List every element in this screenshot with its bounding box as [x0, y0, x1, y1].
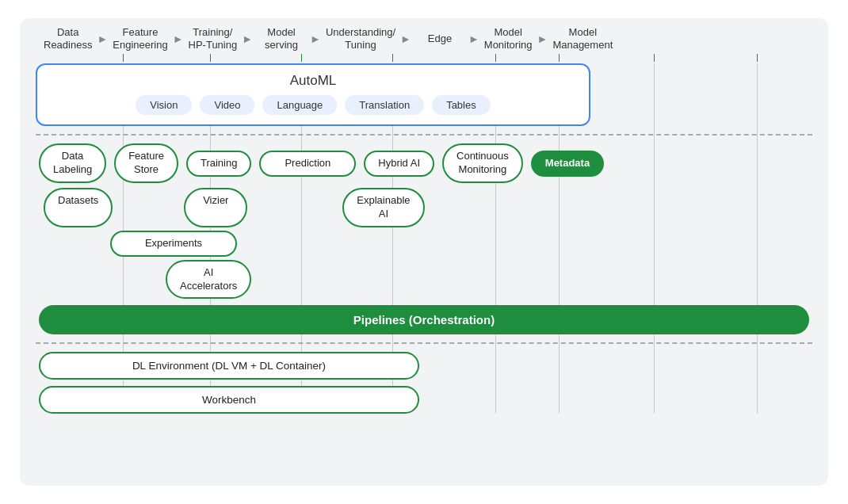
pill-hybrid-ai: Hybrid AI [364, 151, 434, 177]
arrow-6: ► [468, 32, 479, 45]
pill-data-labeling: DataLabeling [39, 143, 106, 183]
automl-chips: Vision Video Language Translation Tables [50, 95, 576, 115]
pipelines-bar: Pipelines (Orchestration) [39, 305, 809, 334]
pill-vizier: Vizier [184, 188, 247, 227]
step-understanding: Understanding/Tuning [326, 26, 395, 51]
chip-tables: Tables [432, 95, 491, 115]
step-edge: Edge [416, 32, 464, 45]
step-model-serving: Modelserving [258, 26, 305, 51]
pill-dl-environment: DL Environment (DL VM + DL Container) [39, 352, 419, 380]
automl-title: AutoML [50, 73, 576, 89]
pill-training: Training [186, 151, 251, 177]
arrow-3: ► [242, 32, 253, 45]
chip-translation: Translation [345, 95, 424, 115]
step-model-monitoring: ModelMonitoring [484, 26, 533, 51]
pill-prediction: Prediction [259, 151, 356, 177]
pill-ai-accelerators: AIAccelerators [166, 260, 251, 300]
diagram-container: DataReadiness ► FeatureEngineering ► Tra… [20, 18, 828, 486]
step-feature-engineering: FeatureEngineering [113, 26, 167, 51]
pill-continuous-monitoring: ContinuousMonitoring [442, 143, 523, 183]
pill-explainable-ai: ExplainableAI [342, 188, 424, 227]
dashed-separator-1 [36, 134, 812, 136]
pill-workbench: Workbench [39, 386, 419, 414]
arrow-7: ► [537, 32, 548, 45]
arrow-2: ► [173, 32, 184, 45]
chip-vision: Vision [136, 95, 192, 115]
green-row-1: DataLabeling FeatureStore Training Predi… [36, 143, 812, 183]
chip-video: Video [200, 95, 254, 115]
arrow-1: ► [97, 32, 108, 45]
pill-metadata: Metadata [531, 151, 604, 177]
pill-datasets: Datasets [44, 188, 113, 227]
pill-feature-store: FeatureStore [114, 143, 178, 183]
step-training: Training/HP-Tuning [189, 26, 238, 51]
pipeline-header: DataReadiness ► FeatureEngineering ► Tra… [36, 26, 812, 51]
pill-experiments: Experiments [110, 231, 237, 257]
arrow-4: ► [310, 32, 321, 45]
dashed-separator-2 [36, 342, 812, 344]
arrow-5: ► [400, 32, 411, 45]
bottom-section: DL Environment (DL VM + DL Container) Wo… [36, 352, 812, 414]
step-data-readiness: DataReadiness [44, 26, 92, 51]
automl-box: AutoML Vision Video Language Translation… [36, 63, 590, 126]
chip-language: Language [262, 95, 337, 115]
step-model-management: ModelManagement [552, 26, 613, 51]
